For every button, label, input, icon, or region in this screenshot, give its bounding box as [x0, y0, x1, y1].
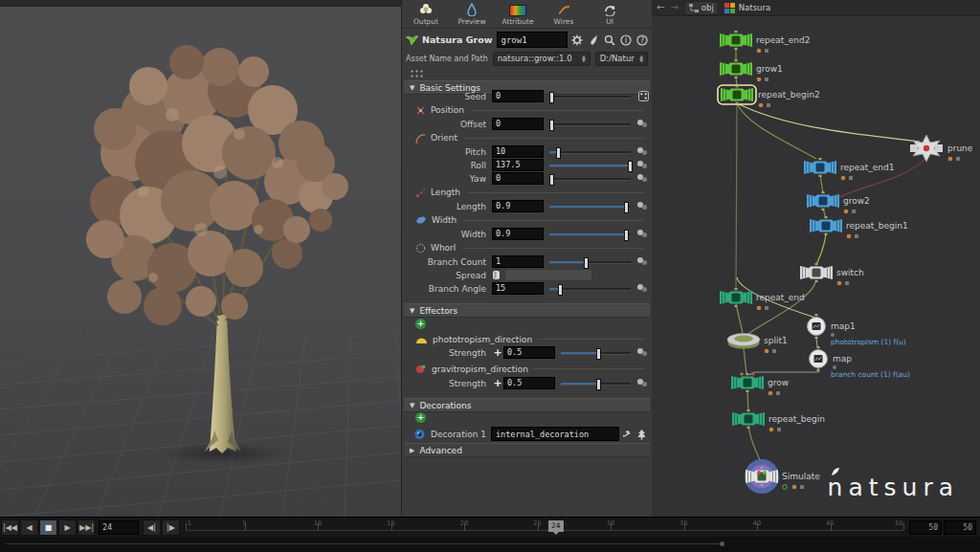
network-editor[interactable]: repeat_end2 grow1 repeat_begin2 prune re…: [652, 0, 980, 517]
branch-count-field[interactable]: 1: [492, 255, 544, 268]
grav-strength-field[interactable]: 0.5: [503, 377, 555, 389]
node-map1[interactable]: map1 phototropism (1) f(u): [808, 314, 906, 346]
effector-gravitropism[interactable]: gravitropism_direction: [415, 363, 644, 375]
asset-path-select[interactable]: D:/Natura/Plantic/src/too... ▲▼: [595, 52, 648, 66]
group-length[interactable]: Length: [415, 187, 644, 198]
seed-field[interactable]: 0: [492, 90, 544, 102]
section-advanced[interactable]: ▶ Advanced: [404, 443, 650, 457]
group-whorl[interactable]: Whorl: [415, 242, 644, 254]
gear-icon[interactable]: [571, 34, 583, 46]
play-button[interactable]: ▶: [58, 519, 77, 536]
node-simulate[interactable]: Simulate: [745, 459, 820, 494]
tree-pick-icon[interactable]: [635, 429, 648, 440]
group-orient[interactable]: Orient: [415, 132, 644, 144]
node-name-input[interactable]: [497, 32, 568, 48]
spread-ramp-field[interactable]: [504, 269, 592, 281]
tab-preview[interactable]: Preview: [456, 3, 488, 26]
pitch-slider[interactable]: [549, 147, 631, 157]
tab-ui[interactable]: UI: [593, 3, 626, 26]
jump-start-button[interactable]: |◀◀: [1, 519, 19, 536]
node-prune[interactable]: prune: [910, 135, 973, 162]
group-width[interactable]: Width: [415, 214, 644, 226]
breadcrumb-obj[interactable]: obj: [684, 1, 719, 15]
branch-angle-field[interactable]: 15: [492, 282, 544, 295]
breadcrumb-current[interactable]: Natsura: [724, 3, 770, 13]
parm-menu-icon[interactable]: [637, 284, 649, 293]
parm-menu-icon[interactable]: [637, 120, 649, 128]
range-end-field-2[interactable]: 50: [944, 520, 976, 535]
eye-icon[interactable]: [413, 429, 426, 440]
section-effectors[interactable]: ▼ Effectors: [404, 303, 650, 318]
playhead-marker[interactable]: 24: [548, 520, 564, 532]
node-repeat_end2[interactable]: repeat_end2: [720, 31, 811, 53]
offset-field[interactable]: 0: [492, 118, 544, 130]
brush-icon[interactable]: [588, 34, 599, 46]
roll-field[interactable]: 137.5: [492, 159, 544, 171]
length-slider[interactable]: [549, 202, 631, 211]
photo-strength-slider[interactable]: [561, 348, 631, 358]
node-repeat_begin1[interactable]: repeat_begin1: [810, 216, 908, 238]
parm-menu-icon[interactable]: [637, 379, 649, 387]
decoration-input[interactable]: [491, 427, 619, 441]
step-forward-button[interactable]: |▶: [162, 519, 180, 536]
length-field[interactable]: 0.9: [492, 200, 544, 212]
parm-menu-icon[interactable]: [637, 147, 649, 156]
expand-plus-icon[interactable]: +: [492, 346, 503, 359]
add-decoration-button[interactable]: +: [415, 412, 426, 423]
stop-button[interactable]: ■: [39, 519, 57, 536]
back-arrow-icon[interactable]: ←: [657, 3, 664, 12]
parm-menu-icon[interactable]: [637, 174, 649, 183]
node-repeat_begin[interactable]: repeat_begin: [732, 409, 825, 431]
roll-slider[interactable]: [549, 161, 631, 170]
playback-range-bar[interactable]: [0, 537, 980, 552]
parm-menu-icon[interactable]: [637, 202, 649, 210]
timeline-ruler[interactable]: 1 5 10 15 20 25 30 35 40 45 50 24: [186, 520, 903, 535]
section-decorations[interactable]: ▼ Decorations: [404, 398, 650, 412]
parm-drag-handle[interactable]: [410, 69, 423, 78]
range-end-field[interactable]: 50: [909, 520, 942, 535]
group-position[interactable]: Position: [415, 104, 644, 116]
node-grow2[interactable]: grow2: [807, 191, 870, 213]
node-split1[interactable]: split1: [727, 334, 788, 354]
tab-output[interactable]: Output: [410, 3, 442, 26]
width-field[interactable]: 0.9: [492, 228, 544, 240]
width-slider[interactable]: [549, 230, 631, 239]
pitch-field[interactable]: 10: [492, 145, 544, 158]
asset-definition-select[interactable]: natsura::grow::1.0 ▲▼: [493, 52, 590, 66]
grav-strength-slider[interactable]: [561, 379, 631, 388]
add-effector-button[interactable]: +: [415, 319, 426, 329]
node-grow[interactable]: grow: [731, 372, 789, 395]
effector-phototropism[interactable]: phototropism_direction: [415, 333, 644, 345]
node-repeat_begin2[interactable]: repeat_begin2: [718, 85, 820, 107]
parm-menu-icon[interactable]: [637, 348, 649, 357]
current-frame-field[interactable]: 24: [99, 520, 139, 535]
tab-attribute[interactable]: Attribute: [501, 3, 534, 26]
offset-slider[interactable]: [549, 120, 631, 129]
play-reverse-button[interactable]: ◀: [20, 519, 38, 536]
parm-menu-icon[interactable]: [637, 230, 649, 238]
parm-menu-icon[interactable]: [637, 161, 649, 169]
node-switch[interactable]: switch: [800, 263, 864, 285]
info-icon[interactable]: i: [620, 34, 632, 46]
branch-angle-slider[interactable]: [549, 284, 631, 294]
jump-end-button[interactable]: ▶▶|: [78, 519, 96, 536]
help-icon[interactable]: ?: [636, 34, 648, 46]
step-back-button[interactable]: ◀|: [143, 519, 161, 536]
expand-plus-icon[interactable]: +: [492, 377, 503, 389]
seed-slider[interactable]: [549, 92, 631, 101]
node-repeat_end1[interactable]: repeat_end1: [804, 158, 895, 180]
node-map[interactable]: map branch count (1) f(au): [810, 346, 910, 379]
node-grow1[interactable]: grow1: [720, 59, 783, 81]
viewport-3d[interactable]: [0, 0, 401, 517]
dice-icon[interactable]: [638, 91, 649, 101]
spread-ramp-icon[interactable]: [492, 270, 501, 280]
yaw-slider[interactable]: [549, 174, 631, 184]
range-handle[interactable]: [720, 541, 724, 546]
magnifier-icon[interactable]: [604, 34, 615, 46]
forward-arrow-icon[interactable]: →: [670, 3, 678, 12]
jump-arrow-icon[interactable]: [621, 429, 634, 439]
photo-strength-field[interactable]: 0.5: [503, 346, 555, 359]
branch-count-slider[interactable]: [549, 257, 631, 267]
yaw-field[interactable]: 0: [492, 172, 544, 185]
parm-menu-icon[interactable]: [637, 257, 649, 266]
